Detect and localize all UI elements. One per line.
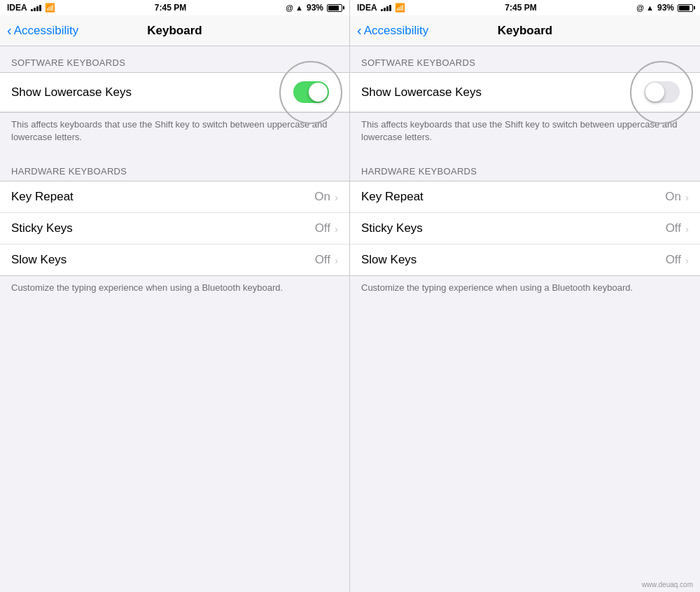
carrier-left: IDEA xyxy=(7,3,27,13)
software-group-left: Show Lowercase Keys xyxy=(0,72,349,113)
nav-bar-right: ‹ Accessibility Keyboard xyxy=(350,15,700,46)
signal-pct-left: 93% xyxy=(307,3,323,13)
bar1 xyxy=(31,9,33,11)
key-repeat-chevron-right: › xyxy=(685,191,689,203)
wifi-left: 📶 xyxy=(45,3,55,13)
bar1r xyxy=(381,9,383,11)
hardware-footer-right: Customize the typing experience when usi… xyxy=(350,276,700,305)
nav-bar-left: ‹ Accessibility Keyboard xyxy=(0,15,349,46)
status-left: IDEA 📶 xyxy=(7,3,55,13)
back-button-left[interactable]: ‹ Accessibility xyxy=(7,23,78,39)
sticky-keys-row-left[interactable]: Sticky Keys Off › xyxy=(0,213,349,245)
bar2r xyxy=(384,8,386,11)
signal-pct-right: 93% xyxy=(657,3,674,13)
time-left: 7:45 PM xyxy=(155,3,186,13)
slow-keys-value-left: Off xyxy=(315,253,330,267)
signal-bars-left xyxy=(31,4,41,11)
bar3r xyxy=(386,6,388,11)
back-button-right[interactable]: ‹ Accessibility xyxy=(357,23,428,39)
left-panel: IDEA 📶 7:45 PM @ ▲ 93% ‹ Accessibility K… xyxy=(0,0,350,592)
time-right: 7:45 PM xyxy=(505,3,536,13)
key-repeat-value-right: On xyxy=(665,190,681,204)
sticky-keys-row-right[interactable]: Sticky Keys Off › xyxy=(350,213,700,245)
key-repeat-value-left: On xyxy=(314,190,330,204)
nav-title-left: Keyboard xyxy=(147,24,202,38)
bar2 xyxy=(34,8,36,11)
slow-keys-chevron-right: › xyxy=(685,254,689,266)
sticky-keys-chevron-right: › xyxy=(685,223,689,235)
battery-fill-left xyxy=(328,6,339,11)
battery-right xyxy=(678,4,693,12)
back-label-left[interactable]: Accessibility xyxy=(14,24,79,38)
wifi-right: 📶 xyxy=(395,3,405,13)
sticky-keys-label-right: Sticky Keys xyxy=(361,221,666,235)
status-bar-left: IDEA 📶 7:45 PM @ ▲ 93% xyxy=(0,0,349,15)
slow-keys-row-left[interactable]: Slow Keys Off › xyxy=(0,245,349,275)
key-repeat-row-left[interactable]: Key Repeat On › xyxy=(0,181,349,213)
signal-bars-right xyxy=(381,4,391,11)
back-label-right[interactable]: Accessibility xyxy=(364,24,429,38)
key-repeat-row-right[interactable]: Key Repeat On › xyxy=(350,181,700,213)
right-panel: IDEA 📶 7:45 PM @ ▲ 93% ‹ Accessibility K… xyxy=(350,0,700,592)
slow-keys-label-left: Slow Keys xyxy=(11,253,315,267)
toggle-left[interactable] xyxy=(293,81,329,103)
bar4 xyxy=(39,5,41,11)
settings-content-right: SOFTWARE KEYBOARDS Show Lowercase Keys T… xyxy=(350,46,700,592)
sticky-keys-label-left: Sticky Keys xyxy=(11,221,315,235)
back-chevron-right: ‹ xyxy=(357,22,362,39)
key-repeat-label-right: Key Repeat xyxy=(361,190,665,204)
back-chevron-left: ‹ xyxy=(7,22,12,39)
status-bar-right: IDEA 📶 7:45 PM @ ▲ 93% xyxy=(350,0,700,15)
key-repeat-chevron-left: › xyxy=(335,191,338,203)
status-right-right: @ ▲ 93% xyxy=(636,3,693,13)
status-right-left: @ ▲ 93% xyxy=(286,3,342,13)
hardware-footer-left: Customize the typing experience when usi… xyxy=(0,276,349,305)
software-group-right: Show Lowercase Keys xyxy=(350,72,700,113)
status-left-right: IDEA 📶 xyxy=(357,3,405,13)
hardware-header-right: HARDWARE KEYBOARDS xyxy=(350,155,700,181)
location-left: @ ▲ xyxy=(286,4,303,12)
battery-fill-right xyxy=(679,6,690,11)
slow-keys-chevron-left: › xyxy=(335,254,338,266)
show-lowercase-row-left: Show Lowercase Keys xyxy=(0,73,349,112)
hardware-header-left: HARDWARE KEYBOARDS xyxy=(0,155,349,181)
bar3 xyxy=(36,6,38,11)
slow-keys-label-right: Slow Keys xyxy=(361,253,666,267)
location-right: @ ▲ xyxy=(636,4,654,12)
toggle-right[interactable] xyxy=(644,81,680,103)
bar4r xyxy=(389,5,391,11)
toggle-circle-right xyxy=(630,61,693,124)
hardware-group-left: Key Repeat On › Sticky Keys Off › Slow K… xyxy=(0,181,349,276)
toggle-circle-left xyxy=(279,61,342,124)
battery-left xyxy=(327,4,342,12)
sticky-keys-value-left: Off xyxy=(315,221,330,235)
settings-content-left: SOFTWARE KEYBOARDS Show Lowercase Keys T… xyxy=(0,46,349,592)
carrier-right: IDEA xyxy=(357,3,377,13)
show-lowercase-row-right: Show Lowercase Keys xyxy=(350,73,700,112)
slow-keys-value-right: Off xyxy=(666,253,681,267)
sticky-keys-value-right: Off xyxy=(666,221,681,235)
hardware-group-right: Key Repeat On › Sticky Keys Off › Slow K… xyxy=(350,181,700,276)
watermark: www.deuaq.com xyxy=(642,581,693,588)
toggle-knob-right xyxy=(645,83,664,102)
sticky-keys-chevron-left: › xyxy=(335,223,338,235)
nav-title-right: Keyboard xyxy=(498,24,552,38)
slow-keys-row-right[interactable]: Slow Keys Off › xyxy=(350,245,700,275)
toggle-knob-left xyxy=(309,83,328,102)
key-repeat-label-left: Key Repeat xyxy=(11,190,314,204)
